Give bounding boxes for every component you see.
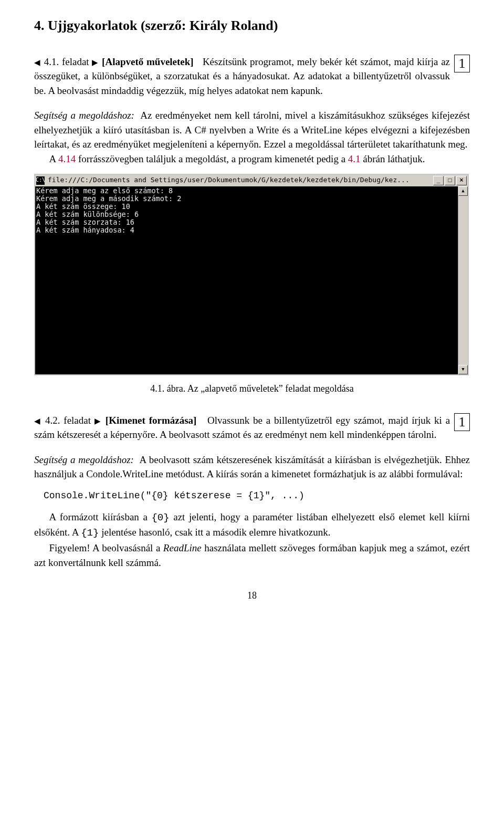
ref-mid: forrásszövegben találjuk a megoldást, a … (76, 153, 348, 164)
window-title: file:///C:/Documents and Settings/user/D… (48, 175, 410, 185)
code-token-0: {0} (151, 512, 169, 523)
task-header: ◀ 4.2. feladat ▶ [Kimenet formázása] (34, 415, 200, 426)
window-titlebar: C:\ file:///C:/Documents and Settings/us… (35, 175, 468, 187)
page-number: 18 (34, 589, 470, 602)
task1-refs: A 4.14 forrásszövegben találjuk a megold… (34, 152, 470, 166)
task1-hint: Segítség a megoldáshoz: Az eredményeket … (34, 108, 470, 152)
minimize-button[interactable]: _ (433, 176, 444, 185)
triangle-right-icon: ▶ (92, 58, 99, 66)
task-4-2: 1 ◀ 4.2. feladat ▶ [Kimenet formázása] O… (34, 413, 470, 442)
t2p2c: jelentése hasonló, csak itt a második el… (99, 527, 330, 538)
ref-post: ábrán láthatjuk. (361, 153, 425, 164)
readline-ref: ReadLine (163, 542, 202, 553)
difficulty-box: 1 (454, 413, 470, 431)
triangle-left-icon: ◀ (34, 58, 41, 66)
triangle-left-icon: ◀ (34, 416, 41, 425)
code-sample: Console.WriteLine("{0} kétszerese = {1}"… (44, 489, 470, 502)
task-category: [Kimenet formázása] (106, 415, 197, 426)
code-token-1: {1} (81, 527, 99, 539)
scroll-up-icon[interactable]: ▲ (458, 186, 468, 196)
task2-hint: Segítség a megoldáshoz: A beolvasott szá… (34, 453, 470, 481)
vertical-scrollbar[interactable]: ▲ ▼ (458, 186, 468, 374)
difficulty-box: 1 (454, 55, 470, 72)
ref-link-4-1[interactable]: 4.1 (348, 153, 361, 164)
figure-caption: 4.1. ábra. Az „alapvető műveletek” felad… (34, 382, 470, 395)
task2-para-warning: Figyelem! A beolvasásnál a ReadLine hasz… (34, 541, 470, 570)
task-header: ◀ 4.1. feladat ▶ [Alapvető műveletek] (34, 56, 196, 67)
task2-para-format: A formázott kiírásban a {0} azt jelenti,… (34, 510, 470, 541)
task-4-1: 1 ◀ 4.1. feladat ▶ [Alapvető műveletek] … (34, 55, 470, 98)
section-title: 4. Ujjgyakorlatok (szerző: Király Roland… (34, 16, 470, 36)
hint-label: Segítség a megoldáshoz: (34, 454, 134, 465)
task-number: 4.2. feladat (45, 415, 91, 426)
triangle-right-icon: ▶ (94, 416, 102, 425)
ref-pre: A (49, 153, 58, 164)
console-output: Kérem adja meg az első számot: 8 Kérem a… (35, 186, 458, 374)
t2p3a: Figyelem! A beolvasásnál a (49, 542, 163, 553)
console-window: C:\ file:///C:/Documents and Settings/us… (34, 174, 469, 375)
t2p2a: A formázott kiírásban a (49, 511, 152, 522)
maximize-button[interactable]: □ (445, 176, 455, 185)
task-number: 4.1. feladat (44, 56, 89, 67)
close-button[interactable]: × (456, 176, 467, 185)
ref-link-4-14[interactable]: 4.14 (58, 153, 76, 164)
hint-label: Segítség a megoldáshoz: (34, 110, 134, 121)
task-category: [Alapvető műveletek] (102, 56, 194, 67)
scroll-down-icon[interactable]: ▼ (458, 365, 468, 374)
cmd-icon: C:\ (36, 176, 45, 185)
